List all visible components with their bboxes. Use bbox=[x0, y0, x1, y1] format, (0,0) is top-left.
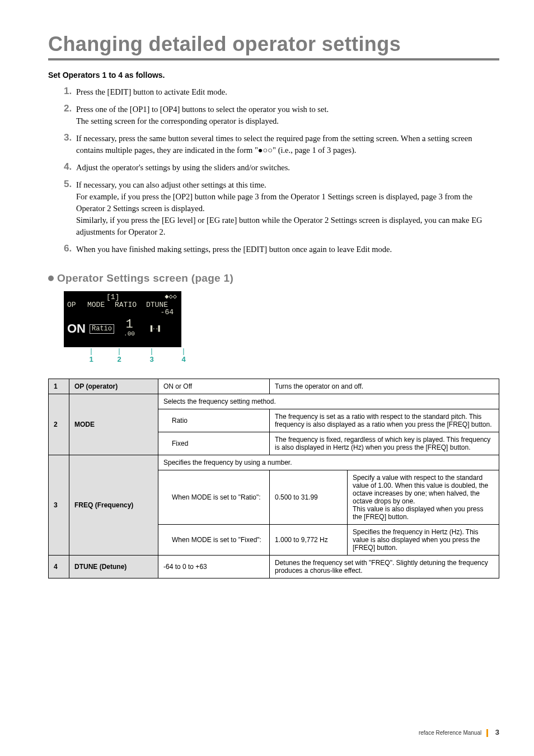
mode-ratio-label: Ratio bbox=[158, 409, 270, 432]
lcd-screenshot: [1] ◆◇◇ OP MODE RATIO DTUNE -64 ON Ratio… bbox=[64, 291, 181, 347]
lcd-page-indicator-icon: ◆◇◇ bbox=[165, 293, 177, 301]
lcd-hdr-mode: MODE bbox=[87, 301, 111, 309]
lcd-hdr-op: OP bbox=[67, 301, 84, 309]
footer-manual-name: reface Reference Manual bbox=[419, 730, 481, 736]
lcd-markers: |1 |2 |3 |4 bbox=[79, 348, 204, 364]
freq-ratio-desc: Specify a value with respect to the stan… bbox=[348, 470, 499, 525]
table-row: 2 MODE Selects the frequency setting met… bbox=[49, 394, 499, 409]
settings-table: 1 OP (operator) ON or Off Turns the oper… bbox=[48, 379, 499, 578]
section-heading-text: Operator Settings screen (page 1) bbox=[57, 272, 233, 284]
step-2: Press one of the [OP1] to [OP4] buttons … bbox=[64, 104, 499, 127]
footer-bar-icon bbox=[486, 729, 488, 737]
row-head: Selects the frequency setting method. bbox=[158, 394, 499, 409]
section-heading: Operator Settings screen (page 1) bbox=[48, 272, 499, 284]
row-name: DTUNE (Detune) bbox=[69, 556, 158, 578]
row-num: 4 bbox=[49, 556, 69, 578]
steps-list: Press the [EDIT] button to activate Edit… bbox=[48, 86, 499, 255]
freq-ratio-range: 0.500 to 31.99 bbox=[270, 470, 348, 525]
lcd-op-index: [1] bbox=[106, 293, 119, 301]
row-num: 1 bbox=[49, 379, 69, 394]
table-row: 1 OP (operator) ON or Off Turns the oper… bbox=[49, 379, 499, 394]
step-6: When you have finished making settings, … bbox=[64, 244, 499, 255]
lcd-freq: 1 .00 bbox=[118, 320, 140, 338]
step-5: If necessary, you can also adjust other … bbox=[64, 179, 499, 238]
table-row: 3 FREQ (Frequency) Specifies the frequen… bbox=[49, 455, 499, 470]
row-desc: Detunes the frequency set with "FREQ". S… bbox=[270, 556, 499, 578]
marker-1: 1 bbox=[89, 355, 93, 363]
lcd-hdr-ratio: RATIO bbox=[115, 301, 143, 309]
row-num: 3 bbox=[49, 455, 69, 556]
freq-fixed-range: 1.000 to 9,772 Hz bbox=[270, 525, 348, 556]
freq-ratio-cond: When MODE is set to "Ratio": bbox=[158, 470, 270, 525]
step-4: Adjust the operator's settings by using … bbox=[64, 162, 499, 174]
mode-ratio-desc: The frequency is set as a ratio with res… bbox=[270, 409, 499, 432]
row-desc: Turns the operator on and off. bbox=[270, 379, 499, 394]
row-name: FREQ (Frequency) bbox=[69, 455, 158, 556]
marker-2: 2 bbox=[117, 355, 121, 363]
footer-page-number: 3 bbox=[495, 728, 499, 736]
marker-4: 4 bbox=[181, 355, 185, 363]
freq-fixed-desc: Specifies the frequency in Hertz (Hz). T… bbox=[348, 525, 499, 556]
row-head: Specifies the frequency by using a numbe… bbox=[158, 455, 499, 470]
lcd-ratio-label: Ratio bbox=[90, 324, 114, 334]
lcd-dtune-slider-icon: ▐··▌ bbox=[144, 325, 166, 332]
lcd-dtune-value: -64 bbox=[161, 308, 174, 316]
bullet-icon bbox=[48, 276, 54, 281]
row-value: ON or Off bbox=[158, 379, 270, 394]
row-num: 2 bbox=[49, 394, 69, 455]
page-footer: reface Reference Manual 3 bbox=[419, 728, 499, 737]
step-1: Press the [EDIT] button to activate Edit… bbox=[64, 86, 499, 98]
marker-3: 3 bbox=[149, 355, 153, 363]
freq-fixed-cond: When MODE is set to "Fixed": bbox=[158, 525, 270, 556]
lcd-on-label: ON bbox=[67, 322, 86, 335]
row-name: OP (operator) bbox=[69, 379, 158, 394]
mode-fixed-desc: The frequency is fixed, regardless of wh… bbox=[270, 432, 499, 455]
step-3: If necessary, press the same button seve… bbox=[64, 133, 499, 156]
table-row: 4 DTUNE (Detune) -64 to 0 to +63 Detunes… bbox=[49, 556, 499, 578]
intro-heading: Set Operators 1 to 4 as follows. bbox=[48, 71, 499, 80]
page-title: Changing detailed operator settings bbox=[48, 32, 499, 56]
title-rule bbox=[48, 58, 499, 60]
mode-fixed-label: Fixed bbox=[158, 432, 270, 455]
row-name: MODE bbox=[69, 394, 158, 455]
row-value: -64 to 0 to +63 bbox=[158, 556, 270, 578]
